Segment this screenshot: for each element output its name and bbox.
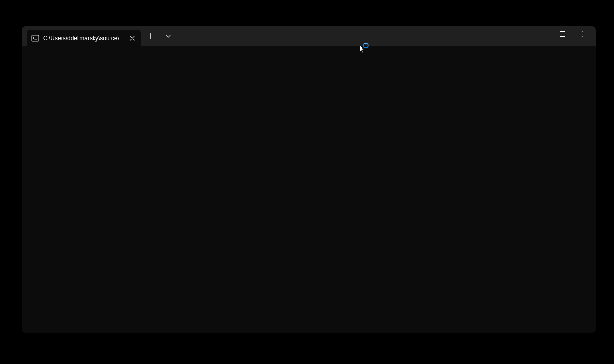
svg-rect-3: [560, 31, 565, 36]
maximize-button[interactable]: [551, 26, 573, 42]
close-button[interactable]: [573, 26, 596, 42]
window-controls: [529, 26, 596, 42]
tab-actions: [141, 26, 176, 46]
chevron-down-icon: [166, 35, 171, 38]
terminal-icon: [31, 34, 39, 42]
tab-active[interactable]: C:\Users\ddelimarsky\source\: [27, 30, 141, 46]
terminal-content-area[interactable]: [22, 46, 596, 333]
close-icon: [582, 31, 587, 37]
minimize-icon: [537, 34, 543, 34]
titlebar[interactable]: C:\Users\ddelimarsky\source\: [22, 26, 596, 46]
new-tab-button[interactable]: [142, 29, 158, 44]
tabs-area: C:\Users\ddelimarsky\source\: [22, 26, 176, 46]
tab-close-button[interactable]: [128, 34, 137, 43]
terminal-window: C:\Users\ddelimarsky\source\: [22, 26, 596, 333]
close-icon: [130, 36, 135, 41]
svg-rect-0: [32, 35, 39, 41]
minimize-button[interactable]: [529, 26, 551, 42]
tab-title: C:\Users\ddelimarsky\source\: [43, 35, 124, 42]
tab-dropdown-button[interactable]: [160, 29, 176, 44]
divider: [159, 32, 159, 41]
maximize-icon: [560, 31, 565, 37]
plus-icon: [148, 33, 153, 39]
